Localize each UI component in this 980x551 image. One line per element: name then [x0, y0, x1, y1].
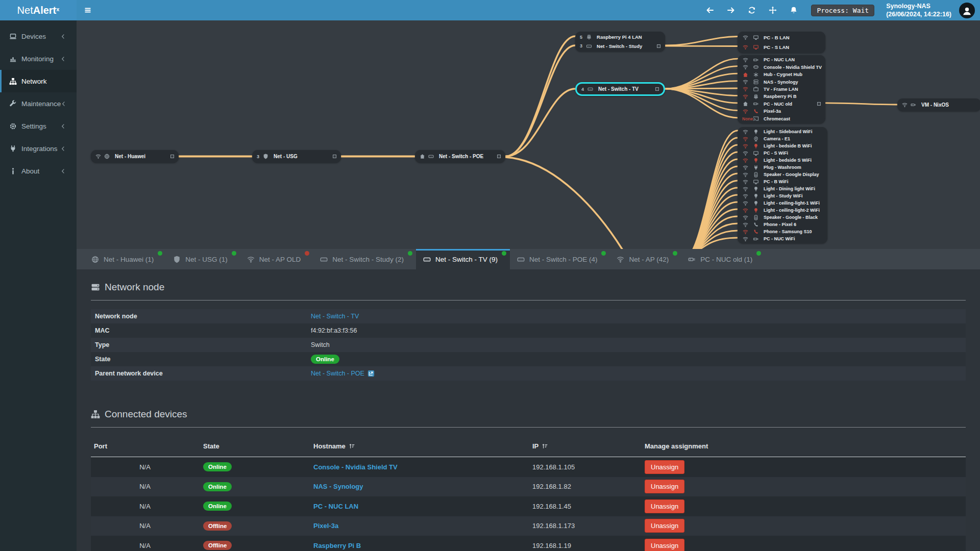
sidebar-item-about[interactable]: About [0, 160, 77, 182]
nav-refresh-button[interactable] [745, 0, 758, 20]
collapse-handle[interactable] [497, 155, 501, 158]
device-node-hub-cygnet-hub[interactable]: Hub - Cygnet Hub [742, 71, 821, 78]
device-node-speaker-google-display[interactable]: Speaker - Google Display [742, 171, 823, 178]
device-node-light-ceiling-light-2-wifi[interactable]: Light - ceiling-light-2 WiFi [742, 207, 823, 214]
device-node-tv-frame-lan[interactable]: TV - Frame LAN [742, 86, 821, 93]
sidebar-item-label: Integrations [21, 145, 58, 153]
globe-icon [104, 154, 110, 159]
external-link-icon[interactable] [368, 370, 375, 377]
tab-net-ap-old[interactable]: Net - AP OLD [240, 249, 313, 269]
network-node-net-huawei[interactable]: Net - Huawei [91, 150, 179, 163]
unassign-button[interactable]: Unassign [645, 539, 684, 551]
info-link-net-switch-poe[interactable]: Net - Switch - POE [311, 370, 364, 377]
table-row-raspberry-pi-b: N/AOfflineRaspberry Pi B192.168.1.19Unas… [91, 536, 966, 551]
sidebar-item-monitoring[interactable]: Monitoring [0, 47, 77, 70]
tab-net-switch-poe-4[interactable]: Net - Switch - POE (4) [510, 249, 610, 269]
laptop-icon [9, 33, 17, 40]
sidebar-item-devices[interactable]: Devices [0, 25, 77, 47]
device-node-pc-b-wifi[interactable]: PC - B WiFi [742, 178, 823, 185]
network-node-net-switch-poe[interactable]: Net - Switch - POE [415, 150, 505, 163]
hamburger-icon [84, 6, 92, 14]
device-node-chromecast[interactable]: NoneChromecast [742, 115, 821, 122]
device-node-console-nvidia-shield-tv[interactable]: Console - Nvidia Shield TV [742, 63, 821, 70]
sidebar-toggle-button[interactable] [77, 0, 99, 20]
collapse-handle[interactable] [657, 44, 660, 48]
sidebar-item-settings[interactable]: Settings [0, 115, 77, 137]
info-link-net-switch-tv[interactable]: Net - Switch - TV [311, 313, 359, 320]
nav-back-button[interactable] [703, 0, 717, 20]
nav-forward-button[interactable] [724, 0, 738, 20]
network-node-net-usg[interactable]: 3Net - USG [252, 150, 341, 163]
collapse-handle[interactable] [655, 87, 659, 91]
unassign-button[interactable]: Unassign [645, 499, 684, 513]
info-row-network-node: Network nodeNet - Switch - TV [91, 309, 966, 323]
chevron-left-icon [61, 101, 66, 107]
device-node-light-bedside-s-wifi[interactable]: Light - bedside S WiFi [742, 157, 823, 164]
table-row-pixel-3a: N/AOfflinePixel-3a192.168.1.173Unassign [91, 516, 966, 536]
section-title-text: Network node [105, 282, 164, 293]
tab-net-switch-study-2[interactable]: Net - Switch - Study (2) [313, 249, 416, 269]
device-node-net-switch-study[interactable]: 3Net - Switch - Study [580, 42, 660, 51]
app-logo[interactable]: NetAlertx [0, 0, 77, 20]
tab-pc-nuc-old-1[interactable]: PC - NUC old (1) [681, 249, 765, 269]
device-node-light-study-wifi[interactable]: Light - Study WiFi [742, 192, 823, 199]
tab-net-ap-42[interactable]: Net - AP (42) [609, 249, 681, 269]
sidebar-item-label: Network [21, 78, 47, 85]
sitemap-icon [91, 410, 100, 419]
wifi-icon [742, 129, 749, 135]
info-row-type: TypeSwitch [91, 338, 966, 352]
sidebar-item-integrations[interactable]: Integrations [0, 137, 77, 160]
hub-icon [753, 72, 759, 78]
device-node-pixel-3a[interactable]: Pixel-3a [742, 108, 821, 115]
device-node-camera-e1[interactable]: Camera - E1 [742, 135, 823, 142]
hostname-link[interactable]: PC - NUC LAN [313, 503, 358, 510]
hostname-link[interactable]: Raspberry Pi B [313, 542, 361, 549]
device-node-pc-nuc-wifi[interactable]: PC - NUC WiFi [742, 235, 823, 242]
device-node-speaker-google-black[interactable]: Speaker - Google - Black [742, 214, 823, 221]
device-node-light-sideboard-wifi[interactable]: Light - Sideboard WiFi [742, 128, 823, 135]
monitor-icon [753, 44, 759, 50]
nav-pan-button[interactable] [766, 0, 779, 20]
sidebar-item-network[interactable]: Network [0, 70, 77, 92]
port-cell: N/A [91, 503, 199, 510]
collapse-handle[interactable] [333, 155, 336, 158]
device-label: TV - Frame LAN [764, 87, 798, 92]
device-node-light-dining-light-wifi[interactable]: Light - Dining light WiFi [742, 185, 823, 192]
device-label: Light - Dining light WiFi [764, 186, 815, 191]
sidebar-item-maintenance[interactable]: Maintenance [0, 92, 77, 115]
network-node-info: Network nodeNet - Switch - TVMACf4:92:bf… [91, 309, 966, 381]
device-node-raspberry-pi-b[interactable]: Raspberry Pi B [742, 93, 821, 100]
hostname-link[interactable]: Pixel-3a [313, 522, 338, 530]
port-number: 4 [581, 87, 584, 92]
device-node-plug-washroom[interactable]: Plug - Washroom [742, 164, 823, 171]
nav-notifications-button[interactable] [787, 0, 800, 20]
collapse-handle[interactable] [170, 155, 174, 158]
device-node-phone-pixel-6[interactable]: Phone - Pixel 6 [742, 221, 823, 228]
device-node-pc-nuc-old[interactable]: PC - NUC old [742, 101, 821, 108]
device-node-phone-samsung-s10[interactable]: Phone - Samsung S10 [742, 228, 823, 235]
hostname-link[interactable]: Console - Nvidia Shield TV [313, 463, 398, 471]
unassign-button[interactable]: Unassign [645, 519, 684, 533]
tab-net-switch-tv-9[interactable]: Net - Switch - TV (9) [416, 249, 510, 269]
network-node-net-switch-tv[interactable]: 4Net - Switch - TV [575, 82, 665, 96]
user-avatar[interactable] [959, 3, 975, 18]
device-node-pc-b-lan[interactable]: PC - B LAN [742, 33, 821, 42]
device-node-pc-s-lan[interactable]: PC - S LAN [742, 42, 821, 52]
phone-icon [753, 222, 759, 228]
device-node-nas-synology[interactable]: NAS - Synology [742, 78, 821, 85]
hostname-link[interactable]: NAS - Synology [313, 483, 363, 490]
device-node-pc-nuc-lan[interactable]: PC - NUC LAN [742, 56, 821, 63]
tab-net-huawei-1[interactable]: Net - Huawei (1) [84, 249, 166, 269]
unassign-button[interactable]: Unassign [645, 460, 684, 474]
device-node-light-ceiling-light-1-wifi[interactable]: Light - ceiling-light-1 WiFi [742, 199, 823, 207]
wifi-icon [742, 229, 749, 235]
tab-net-usg-1[interactable]: Net - USG (1) [166, 249, 240, 269]
device-node-pc-s-wifi[interactable]: PC - S WiFi [742, 149, 823, 157]
network-node-vm-nixos[interactable]: VM - NixOS [897, 98, 980, 111]
unassign-button[interactable]: Unassign [645, 480, 684, 493]
column-header-ip[interactable]: IP [528, 442, 641, 450]
device-node-light-bedside-b-wifi[interactable]: Light - bedside B WiFi [742, 142, 823, 149]
collapse-handle[interactable] [817, 102, 821, 106]
column-header-hostname[interactable]: Hostname [309, 442, 528, 450]
device-node-raspberry-pi-4-lan[interactable]: 5Raspberry Pi 4 LAN [580, 33, 660, 42]
